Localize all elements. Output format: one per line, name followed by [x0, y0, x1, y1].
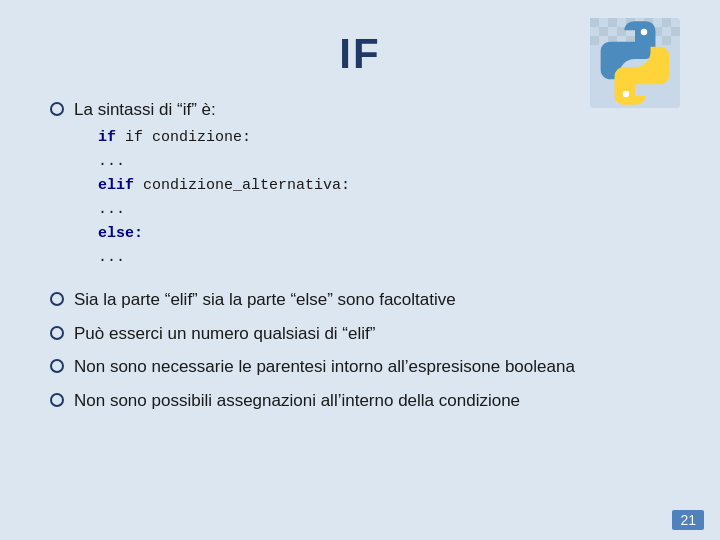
keyword-elif: elif	[98, 177, 134, 194]
code-line-4: ...	[98, 198, 350, 222]
page-number: 21	[672, 510, 704, 530]
bullet-text-1: La sintassi di “if” è:	[74, 98, 350, 122]
content-area: La sintassi di “if” è: if if condizione:…	[50, 98, 670, 413]
svg-rect-15	[662, 36, 671, 45]
bullet-circle-4	[50, 359, 64, 373]
bullet-circle-2	[50, 292, 64, 306]
bullet-text-5: Non sono possibili assegnazioni all’inte…	[74, 389, 520, 413]
svg-point-17	[623, 91, 630, 98]
code-line-5: else:	[98, 222, 350, 246]
code-block: if if condizione: ... elif condizione_al…	[98, 126, 350, 270]
bullet-circle-5	[50, 393, 64, 407]
bullet-circle-3	[50, 326, 64, 340]
bullet-text-3: Può esserci un numero qualsiasi di “elif…	[74, 322, 375, 346]
python-logo	[590, 18, 680, 108]
svg-rect-1	[590, 18, 599, 27]
svg-rect-11	[590, 36, 599, 45]
bullet-text-2: Sia la parte “elif” sia la parte “else” …	[74, 288, 456, 312]
svg-rect-10	[671, 27, 680, 36]
svg-rect-6	[599, 27, 608, 36]
code-line-2: ...	[98, 150, 350, 174]
bullet-text-4: Non sono necessarie le parentesi intorno…	[74, 355, 575, 379]
bullet-elif-optional: Sia la parte “elif” sia la parte “else” …	[50, 288, 670, 312]
svg-rect-5	[662, 18, 671, 27]
bullet-circle-1	[50, 102, 64, 116]
keyword-else: else:	[98, 225, 143, 242]
bullet-no-assignment: Non sono possibili assegnazioni all’inte…	[50, 389, 670, 413]
slide-title: IF	[50, 30, 670, 78]
bullet-syntax: La sintassi di “if” è: if if condizione:…	[50, 98, 670, 278]
code-elif-condition: condizione_alternativa:	[143, 177, 350, 194]
slide: IF La sintassi di “if” è: if if condizio…	[0, 0, 720, 540]
code-line-1: if if condizione:	[98, 126, 350, 150]
code-condition: if condizione:	[125, 129, 251, 146]
svg-rect-2	[608, 18, 617, 27]
bullet-no-parens: Non sono necessarie le parentesi intorno…	[50, 355, 670, 379]
bullet-elif-multiple: Può esserci un numero qualsiasi di “elif…	[50, 322, 670, 346]
svg-point-16	[641, 29, 648, 36]
keyword-if: if	[98, 129, 116, 146]
code-line-3: elif condizione_alternativa:	[98, 174, 350, 198]
code-line-6: ...	[98, 246, 350, 270]
